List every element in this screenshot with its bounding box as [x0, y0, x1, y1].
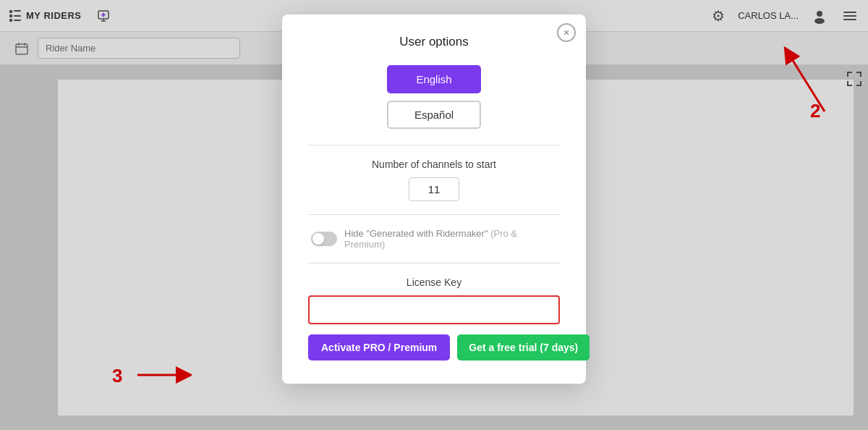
- toggle-row: Hide "Generated with Ridermaker" (Pro & …: [308, 228, 560, 250]
- license-label: License Key: [308, 277, 560, 288]
- divider-1: [308, 145, 560, 146]
- divider-2: [308, 214, 560, 215]
- activate-button[interactable]: Activate PRO / Premium: [308, 334, 450, 361]
- close-icon: ×: [563, 28, 569, 38]
- language-section: English Español: [308, 65, 560, 129]
- lang-espanol-button[interactable]: Español: [387, 101, 481, 129]
- channels-label: Number of channels to start: [308, 159, 560, 170]
- free-trial-button[interactable]: Get a free trial (7 days): [457, 334, 590, 361]
- toggle-thumb: [312, 233, 324, 245]
- hide-branding-toggle[interactable]: [311, 232, 337, 246]
- license-key-input[interactable]: [308, 295, 560, 324]
- action-row: Activate PRO / Premium Get a free trial …: [308, 334, 560, 361]
- channels-input[interactable]: [409, 177, 459, 201]
- modal-title: User options: [308, 35, 560, 49]
- toggle-label: Hide "Generated with Ridermaker" (Pro & …: [344, 228, 557, 250]
- channels-input-wrap: [308, 177, 560, 201]
- lang-english-button[interactable]: English: [387, 65, 481, 93]
- license-section: License Key Activate PRO / Premium Get a…: [308, 263, 560, 361]
- modal-overlay: × User options English Español Number of…: [0, 0, 868, 430]
- user-options-modal: × User options English Español Number of…: [282, 14, 586, 384]
- modal-close-button[interactable]: ×: [557, 23, 576, 42]
